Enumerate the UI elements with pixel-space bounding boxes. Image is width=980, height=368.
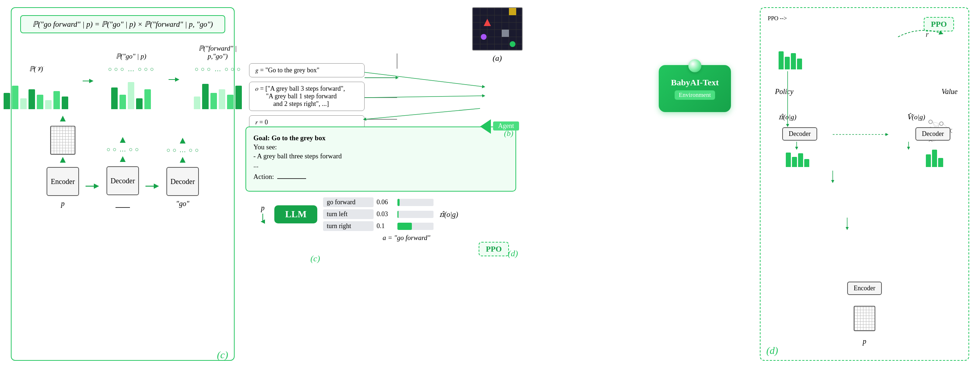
panel-left: ℙ("go forward" | p) = ℙ("go" | p) × ℙ("f… <box>11 7 235 361</box>
svg-point-37 <box>940 122 943 125</box>
o-box: 𝑜 = ["A grey ball 3 steps forward", "A g… <box>249 82 364 111</box>
babyai-box: BabyAI-Text Environment <box>659 65 731 112</box>
llm-box: LLM <box>274 205 317 223</box>
connector-arrow-right-2 <box>169 77 180 84</box>
decoder1-label: Decoder <box>110 177 135 185</box>
decoder1-arrow-up <box>120 137 126 143</box>
decoder-policy-right: Decoder <box>782 127 817 141</box>
encoder-label: Encoder <box>51 178 75 186</box>
action-bar-fill-1 <box>398 211 398 218</box>
sb-l-1 <box>786 152 791 167</box>
pf-bar-2 <box>202 84 208 109</box>
small-bars-left-right <box>786 149 809 167</box>
babyai-env-badge: Environment <box>675 90 716 100</box>
pv-chart: ℙ(𝒱) <box>3 65 68 109</box>
grid-right <box>854 306 875 331</box>
agent-tag: Agent <box>493 122 519 131</box>
action-row-2: turn right 0.1 <box>323 221 434 231</box>
pi-bar-3 <box>791 53 796 69</box>
formula-box: ℙ("go forward" | p) = ℙ("go" | p) × ℙ("f… <box>20 15 225 33</box>
decoder2-bottom-arrow <box>180 157 186 163</box>
value-label-right: Value <box>942 88 958 96</box>
svg-line-26 <box>364 72 484 87</box>
svg-point-20 <box>510 41 515 47</box>
ppo-label-middle: PPO <box>486 244 502 253</box>
decoder1-bottom-arrow <box>120 156 126 162</box>
policy-label-right: Policy <box>775 88 793 96</box>
agent-line-1: Goal: Go to the grey box <box>253 134 508 142</box>
game-grid <box>473 8 522 50</box>
pgo-bar-1 <box>111 88 118 109</box>
middle-section: (a) BabyAI-Text Environment 𝑔 = "Go to t… <box>242 7 752 361</box>
encoder-right: Encoder <box>847 282 882 295</box>
action-bar-0 <box>398 199 434 206</box>
encoder-right-text: Encoder <box>854 285 875 292</box>
pgo-bar-2 <box>119 95 126 109</box>
pv-bar-6 <box>45 100 52 109</box>
go-label-left: "go" <box>176 200 189 208</box>
pi-bar-1 <box>779 51 784 69</box>
sb-l-3 <box>798 153 803 167</box>
encoder-right-box: Encoder <box>847 282 882 295</box>
decoder-policy-text: Decoder <box>789 130 811 138</box>
action-name-0: go forward <box>323 197 374 207</box>
g-box: 𝑔 = "Go to the grey box" <box>249 63 364 77</box>
sb-l-4 <box>804 159 809 167</box>
action-line: Action: <box>253 173 508 181</box>
p-label-right: p <box>863 337 866 346</box>
r-ppo-arrow <box>887 22 959 44</box>
encoder-grid <box>50 126 75 155</box>
o-text-line2: "A grey ball 1 step forward <box>255 93 358 100</box>
pv-bar-2 <box>12 86 18 109</box>
forward-dots: ○○○ … ○○○ <box>195 66 241 73</box>
dec1-dots: ○○ … ○○ <box>107 146 139 153</box>
formula-text: ℙ("go forward" | p) = ℙ("go" | p) × ℙ("f… <box>32 20 213 29</box>
pgo-bars <box>111 77 151 109</box>
action-row-1: turn left 0.03 <box>323 209 434 219</box>
pf-bar-1 <box>194 96 200 109</box>
action-bar-fill-0 <box>398 199 399 206</box>
encoder-box: Encoder <box>46 167 79 196</box>
action-bar-fill-2 <box>398 223 412 230</box>
babyai-sphere <box>688 59 702 72</box>
main-container: ℙ("go forward" | p) = ℙ("go" | p) × ℙ("f… <box>0 0 980 368</box>
panel-left-label: (c) <box>217 349 228 361</box>
decoder-policy-box: Decoder <box>782 127 817 141</box>
pf-bar-5 <box>227 95 234 109</box>
v-hat-right: V̂(o|g) <box>907 113 925 121</box>
pv-bar-4 <box>29 89 35 109</box>
pgo-label: ℙ("go" | p) <box>116 52 146 60</box>
label-d-middle: (d) <box>508 249 518 258</box>
decoder2-label: Decoder <box>170 178 195 186</box>
action-prob-1: 0.03 <box>377 210 395 218</box>
p-label-left: p <box>61 200 65 208</box>
action-bar-2 <box>398 223 434 230</box>
agent-outer: Agent Goal: Go to the grey box You see: … <box>245 126 516 242</box>
o-text-line3: and 2 steps right", ...] <box>255 100 358 108</box>
pi-hat-right: π̂(o|g) <box>779 113 796 121</box>
pv-bar-1 <box>3 93 10 109</box>
label-a: (a) <box>493 53 502 63</box>
pgo-bar-3 <box>128 82 134 109</box>
pi-hat-text-right: π̂(o|g) <box>779 113 796 121</box>
pv-bars <box>3 77 68 109</box>
pforward-label: ℙ("forward" | p,"go") <box>194 44 242 60</box>
encoder-arrow-up <box>60 116 66 122</box>
sb-r-1 <box>926 154 931 167</box>
pgo-bar-5 <box>145 89 151 109</box>
go-dots: ○○○ … ○○○ <box>108 66 154 73</box>
value-text: Value <box>942 88 958 96</box>
dash-label-left <box>116 199 130 208</box>
svg-point-19 <box>481 34 487 40</box>
actions-list: go forward 0.06 turn left 0.03 <box>323 197 434 231</box>
svg-rect-16 <box>509 8 516 15</box>
pf-bar-6 <box>235 86 242 109</box>
info-boxes: 𝑔 = "Go to the grey box" 𝑜 = ["A grey ba… <box>249 63 364 130</box>
pv-bar-8 <box>62 96 68 109</box>
mid-relative: (a) BabyAI-Text Environment 𝑔 = "Go to t… <box>242 7 752 361</box>
agent-line-4: ... <box>253 161 508 169</box>
a-label: a = "go forward" <box>383 234 516 242</box>
decoder-value-right: Decoder <box>915 127 950 141</box>
svg-point-40 <box>950 129 952 133</box>
pi-bar-4 <box>797 59 802 69</box>
